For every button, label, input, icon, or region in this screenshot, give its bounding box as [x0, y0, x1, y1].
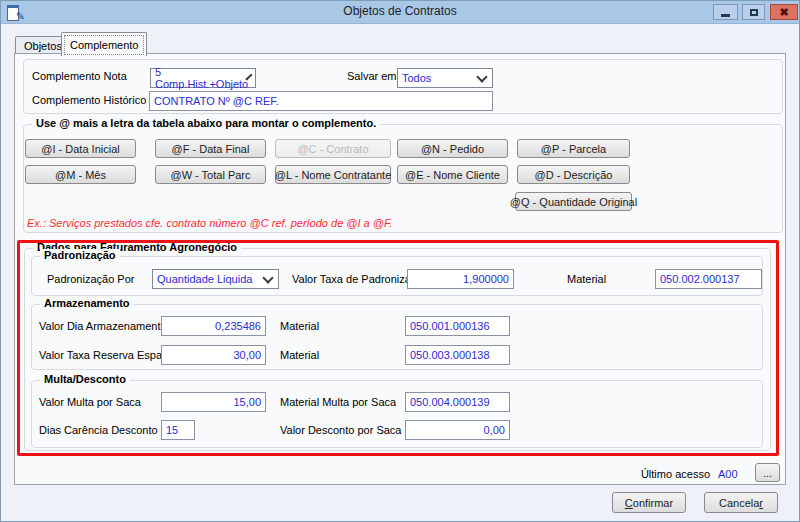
material-multa-saca-label: Material Multa por Saca: [280, 396, 396, 408]
padronizacao-por-select[interactable]: Quantidade Liquida: [152, 269, 279, 289]
confirmar-hotkey: C: [625, 497, 633, 509]
window-title: Objetos de Contratos: [1, 4, 799, 18]
salvar-em-label: Salvar em: [347, 70, 397, 82]
material-reserva-label: Material: [280, 349, 319, 361]
padronizacao-por-value: Quantidade Liquida: [157, 273, 252, 285]
dias-carencia-label: Dias Carência Desconto: [39, 424, 158, 436]
dias-carencia-input[interactable]: [161, 420, 195, 440]
complemento-nota-label: Complemento Nota: [32, 70, 127, 82]
material-reserva-input[interactable]: [405, 345, 510, 365]
valor-desconto-saca-label: Valor Desconto por Saca: [280, 424, 401, 436]
complemento-nota-value: 5 Comp.Hist.+Objeto: [155, 66, 248, 90]
complemento-historico-label: Complemento Histórico: [32, 94, 146, 106]
complemento-nota-select[interactable]: 5 Comp.Hist.+Objeto: [150, 68, 256, 88]
valor-multa-saca-label: Valor Multa por Saca: [39, 396, 141, 408]
confirmar-button[interactable]: Confirmar: [612, 492, 686, 513]
padronizacao-group-title: Padronização: [40, 249, 120, 261]
token-quantidade-original-button[interactable]: @Q - Quantidade Original: [515, 192, 632, 211]
close-icon: ✖: [779, 6, 788, 19]
multa-desconto-group-title: Multa/Desconto: [40, 373, 130, 385]
token-nome-contratante-button[interactable]: @L - Nome Contratante: [275, 165, 391, 184]
token-parcela-button[interactable]: @P - Parcela: [517, 139, 630, 158]
dialog-window: ✎ Objetos de Contratos ✖ Objetos Complem…: [0, 0, 800, 522]
tokens-group-title: Use @ mais a letra da tabela abaixo para…: [32, 117, 380, 129]
tab-page-complemento: Complemento Nota 5 Comp.Hist.+Objeto Sal…: [14, 53, 786, 485]
cancelar-hotkey: r: [759, 497, 763, 509]
token-descricao-button[interactable]: @D - Descrição: [517, 165, 630, 184]
tab-complemento[interactable]: Complemento: [61, 32, 147, 56]
valor-taxa-padronizacao-input[interactable]: [407, 269, 514, 289]
minimize-icon: [721, 14, 730, 17]
material-armazenamento-input[interactable]: [405, 316, 510, 336]
close-button[interactable]: ✖: [770, 4, 798, 20]
maximize-icon: [750, 9, 758, 16]
complemento-historico-input[interactable]: [149, 91, 493, 111]
multa-desconto-group: Multa/Desconto: [31, 380, 763, 448]
valor-taxa-reserva-label: Valor Taxa Reserva Espaço: [39, 349, 174, 361]
armazenamento-group-title: Armazenamento: [40, 297, 134, 309]
material-armazenamento-label: Material: [280, 320, 319, 332]
padronizacao-por-label: Padronização Por: [47, 273, 134, 285]
cancelar-button[interactable]: Cancelar: [704, 492, 778, 513]
valor-desconto-saca-input[interactable]: [405, 420, 510, 440]
salvar-em-select[interactable]: Todos: [397, 68, 493, 88]
token-nome-cliente-button[interactable]: @E - Nome Cliente: [397, 165, 508, 184]
browse-button[interactable]: ...: [755, 463, 780, 482]
token-pedido-button[interactable]: @N - Pedido: [397, 139, 508, 158]
valor-dia-armazenamento-label: Valor Dia Armazenamento: [39, 320, 167, 332]
token-example-text: Ex.: Serviços prestados cfe. contrato nú…: [27, 217, 392, 229]
valor-taxa-reserva-input[interactable]: [161, 345, 266, 365]
maximize-button[interactable]: [742, 4, 765, 20]
token-data-final-button[interactable]: @F - Data Final: [155, 139, 266, 158]
token-contrato-button: @C - Contrato: [275, 139, 391, 158]
material-padronizacao-label: Material: [567, 273, 606, 285]
ultimo-acesso-value: A00: [718, 468, 738, 480]
token-total-parc-button[interactable]: @W - Total Parc: [155, 165, 266, 184]
material-multa-saca-input[interactable]: [405, 392, 510, 412]
ultimo-acesso-label: Último acesso: [595, 468, 710, 480]
material-padronizacao-input[interactable]: [655, 269, 762, 289]
chevron-down-icon: [476, 71, 487, 82]
valor-multa-saca-input[interactable]: [161, 392, 266, 412]
minimize-button[interactable]: [713, 4, 738, 20]
chevron-down-icon: [262, 272, 273, 283]
cancelar-label: Cancela: [719, 497, 759, 509]
confirmar-label: onfirmar: [633, 497, 673, 509]
valor-dia-armazenamento-input[interactable]: [161, 316, 266, 336]
token-mes-button[interactable]: @M - Mês: [25, 165, 136, 184]
token-data-inicial-button[interactable]: @I - Data Inicial: [25, 139, 136, 158]
title-bar: ✎ Objetos de Contratos ✖: [1, 1, 799, 24]
salvar-em-value: Todos: [402, 72, 431, 84]
